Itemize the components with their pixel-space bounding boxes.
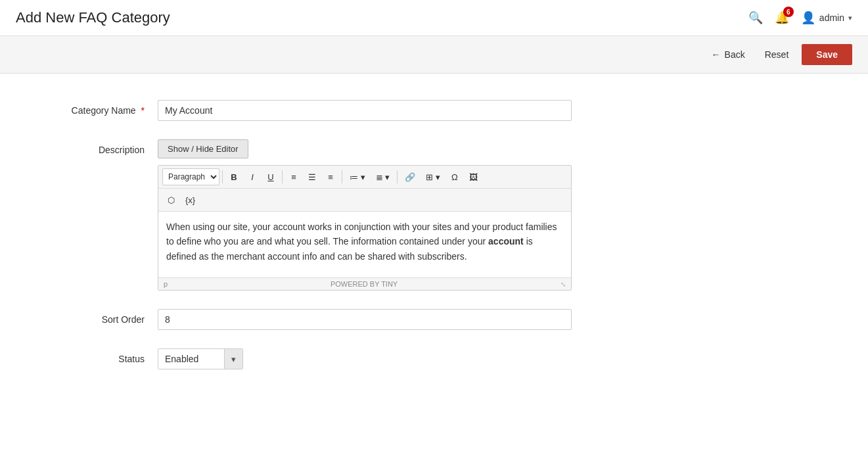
link-button[interactable]: 🔗 [400,168,420,185]
status-select-group: Enabled Disabled ▾ [158,348,243,369]
bold-button[interactable]: B [225,168,242,185]
layers-button[interactable]: ⬡ [162,191,179,208]
search-button[interactable]: 🔍 [748,11,763,25]
description-label: Description [39,139,158,155]
notification-badge: 6 [783,7,794,17]
main-content: Category Name * Description Show / Hide … [0,74,868,414]
special-char-button[interactable]: Ω [446,168,463,185]
chevron-down-icon: ▾ [848,14,852,22]
search-icon: 🔍 [748,11,763,24]
italic-button[interactable]: I [244,168,261,185]
align-right-button[interactable]: ≡ [322,168,339,185]
caret-down-icon: ▾ [231,354,236,364]
status-wrapper: Enabled Disabled ▾ [158,348,243,369]
category-name-row: Category Name * [39,100,829,121]
image-button[interactable]: 🖼 [465,168,482,185]
table-button[interactable]: ⊞ ▾ [421,168,445,185]
editor-toolbar-row2: ⬡ {x} [158,189,571,212]
editor-container: Show / Hide Editor Paragraph B I U ≡ ☰ ≡ [158,139,572,291]
status-row: Status Enabled Disabled ▾ [39,348,829,369]
resize-handle-icon[interactable]: ⤡ [560,281,566,288]
user-name: admin [819,12,844,23]
powered-by-label: POWERED BY TINY [331,280,398,288]
header-actions: 🔍 🔔 6 👤 admin ▾ [748,11,852,25]
editor-body[interactable]: When using our site, your account works … [158,212,571,277]
editor-wrapper: Paragraph B I U ≡ ☰ ≡ ≔ ▾ ≣ ▾ 🔗 ⊞ ▾ [158,165,572,291]
page-title: Add New FAQ Category [16,9,170,26]
status-label: Status [39,348,158,364]
save-button[interactable]: Save [802,44,852,65]
separator [222,170,223,183]
back-button[interactable]: ← Back [705,45,752,64]
separator4 [397,170,398,183]
ordered-list-button[interactable]: ≣ ▾ [371,168,395,185]
user-menu[interactable]: 👤 admin ▾ [801,11,852,25]
category-name-label: Category Name * [39,100,158,116]
paragraph-select[interactable]: Paragraph [162,168,219,185]
unordered-list-button[interactable]: ≔ ▾ [345,168,370,185]
editor-toolbar-row1: Paragraph B I U ≡ ☰ ≡ ≔ ▾ ≣ ▾ 🔗 ⊞ ▾ [158,166,571,189]
align-center-button[interactable]: ☰ [304,168,321,185]
align-left-button[interactable]: ≡ [285,168,302,185]
toolbar-bar: ← Back Reset Save [0,36,868,74]
notifications-button[interactable]: 🔔 6 [775,11,789,25]
editor-tag: p [164,280,168,288]
sort-order-input[interactable] [158,309,572,330]
description-row: Description Show / Hide Editor Paragraph… [39,139,829,291]
back-arrow-icon: ← [712,49,721,60]
category-name-input[interactable] [158,100,572,121]
show-hide-editor-button[interactable]: Show / Hide Editor [158,139,248,158]
sort-order-row: Sort Order [39,309,829,330]
editor-bold-word: account [488,236,524,247]
top-header: Add New FAQ Category 🔍 🔔 6 👤 admin ▾ [0,0,868,36]
variable-button[interactable]: {x} [181,191,200,208]
status-caret-button[interactable]: ▾ [224,349,242,369]
sort-order-label: Sort Order [39,309,158,325]
separator3 [342,170,342,183]
editor-status-bar: p POWERED BY TINY ⤡ [158,277,571,290]
user-icon: 👤 [801,11,815,25]
reset-button[interactable]: Reset [758,45,796,64]
status-select[interactable]: Enabled Disabled [158,349,224,369]
separator2 [282,170,283,183]
underline-button[interactable]: U [262,168,279,185]
required-star: * [141,105,145,116]
